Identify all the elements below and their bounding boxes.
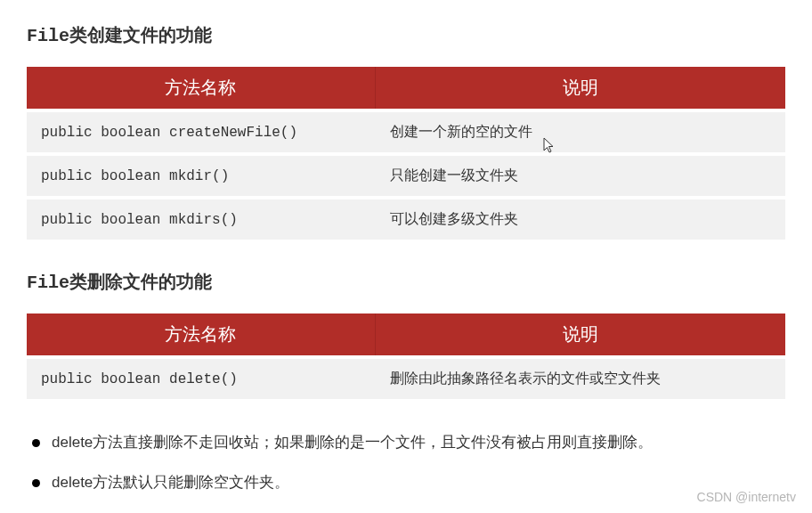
delete-methods-table: 方法名称 说明 public boolean delete() 删除由此抽象路径… <box>27 310 785 403</box>
watermark: CSDN @internetv <box>697 490 796 504</box>
method-signature: public boolean createNewFile() <box>27 112 376 152</box>
method-desc: 创建一个新的空的文件 <box>376 112 785 152</box>
method-signature: public boolean mkdir() <box>27 156 376 196</box>
method-desc: 可以创建多级文件夹 <box>376 200 785 240</box>
section-title-rest: 类创建文件的功能 <box>69 25 212 45</box>
table-header-method: 方法名称 <box>27 67 376 109</box>
note-item: delete方法直接删除不走回收站；如果删除的是一个文件，且文件没有被占用则直接… <box>27 429 785 457</box>
method-signature: public boolean delete() <box>27 359 376 399</box>
table-header-row: 方法名称 说明 <box>27 314 785 355</box>
table-header-row: 方法名称 说明 <box>27 67 785 109</box>
table-row: public boolean mkdirs() 可以创建多级文件夹 <box>27 200 785 240</box>
table-row: public boolean mkdir() 只能创建一级文件夹 <box>27 156 785 196</box>
section-title-prefix: File <box>27 273 69 293</box>
section-title-prefix: File <box>27 26 69 46</box>
method-signature: public boolean mkdirs() <box>27 200 376 240</box>
method-desc: 只能创建一级文件夹 <box>376 156 785 196</box>
section-title-create: File类创建文件的功能 <box>27 23 785 47</box>
note-item: delete方法默认只能删除空文件夹。 <box>27 469 785 497</box>
table-row: public boolean delete() 删除由此抽象路径名表示的文件或空… <box>27 359 785 399</box>
method-desc: 删除由此抽象路径名表示的文件或空文件夹 <box>376 359 785 399</box>
table-header-desc: 说明 <box>376 314 785 355</box>
table-header-desc: 说明 <box>376 67 785 109</box>
table-header-method: 方法名称 <box>27 314 376 355</box>
table-row: public boolean createNewFile() 创建一个新的空的文… <box>27 112 785 152</box>
notes-list: delete方法直接删除不走回收站；如果删除的是一个文件，且文件没有被占用则直接… <box>27 429 785 496</box>
section-title-delete: File类删除文件的功能 <box>27 270 785 294</box>
create-methods-table: 方法名称 说明 public boolean createNewFile() 创… <box>27 63 785 243</box>
section-title-rest: 类删除文件的功能 <box>69 272 212 291</box>
